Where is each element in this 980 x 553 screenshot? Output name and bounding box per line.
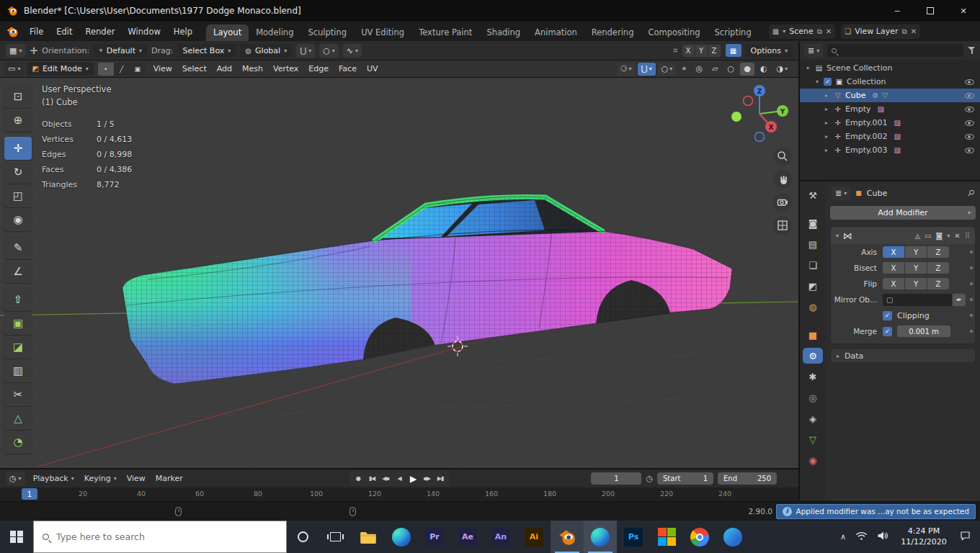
display-on-cage-toggle[interactable]: ◬ [914, 232, 920, 240]
visibility-eye-icon[interactable] [965, 93, 974, 99]
expand-icon[interactable]: ▸ [823, 147, 830, 153]
volume-icon[interactable] [877, 531, 888, 543]
snap-toggle-button[interactable]: ⋃ ▾ [638, 63, 656, 76]
expand-icon[interactable]: ▾ [814, 78, 821, 85]
axis-neg-y[interactable] [731, 112, 741, 122]
axis-z-toggle[interactable]: Z [927, 246, 949, 258]
timeline-menu-view[interactable]: View [122, 474, 151, 483]
edge-select-mode-button[interactable]: ╱ [114, 63, 130, 76]
bisect-y-toggle[interactable]: Y [905, 262, 927, 274]
pan-hand-button[interactable] [773, 170, 792, 189]
expand-icon[interactable]: ▸ [823, 133, 830, 140]
spin-tool[interactable]: ◔ [4, 431, 32, 454]
taskbar-edge-dev-icon[interactable] [716, 521, 749, 553]
view-layer-selector[interactable]: ❏ View Layer ⧉ ✕ [841, 24, 920, 39]
workspace-tab-texture-paint[interactable]: Texture Paint [411, 24, 479, 41]
expand-icon[interactable]: ▸ [823, 92, 830, 99]
cortana-button[interactable] [287, 521, 319, 553]
display-render-toggle[interactable]: ◙ [936, 232, 943, 240]
blender-menu-icon[interactable] [6, 25, 19, 38]
animate-dot[interactable] [970, 330, 974, 333]
jump-to-end-button[interactable]: ▶▮ [435, 472, 447, 485]
orientation-dropdown[interactable]: ⌖ Default ▾ [94, 44, 147, 58]
scene-tab[interactable]: ◩ [803, 278, 823, 294]
proportional-editing-button[interactable]: ○ ▾ [319, 44, 339, 58]
extrude-tool[interactable]: ⇧ [4, 288, 32, 311]
start-button[interactable] [0, 521, 33, 553]
flip-z-toggle[interactable]: Z [927, 278, 949, 289]
expand-icon[interactable]: ▾ [836, 233, 839, 239]
flip-y-toggle[interactable]: Y [905, 278, 927, 289]
clipping-checkbox[interactable]: ✓ [883, 311, 892, 320]
workspace-tab-animation[interactable]: Animation [527, 24, 584, 41]
loop-cut-tool[interactable]: ▥ [4, 359, 32, 382]
taskbar-clock[interactable]: 4:24 PM 11/12/2020 [898, 526, 950, 547]
mode-dropdown[interactable]: ◩ Edit Mode ▾ [27, 62, 93, 76]
mirror-object-field[interactable]: ▢ [883, 294, 952, 306]
taskbar-photoshop-icon[interactable]: Ps [617, 521, 650, 553]
next-keyframe-button[interactable]: ▪▶ [421, 472, 433, 485]
record-button[interactable]: ● [352, 472, 365, 485]
viewport-menu-add[interactable]: Add [212, 64, 237, 73]
move-tool[interactable]: ✛ [4, 137, 32, 160]
animate-dot[interactable] [970, 251, 974, 254]
outliner-search-input[interactable] [840, 46, 959, 55]
poly-build-tool[interactable]: △ [4, 407, 32, 430]
merge-checkbox[interactable]: ✓ [883, 327, 892, 336]
visibility-eye-icon[interactable] [965, 134, 974, 140]
axis-y-toggle[interactable]: Y [905, 246, 927, 258]
outliner-row-empty[interactable]: ▸✛Empty▨ [800, 102, 980, 116]
frame-start-field[interactable]: Start1 [657, 472, 713, 485]
particles-tab[interactable]: ✱ [803, 369, 823, 385]
flip-x-toggle[interactable]: X [883, 278, 904, 289]
annotate-tool[interactable]: ✎ [4, 236, 32, 259]
report-notification[interactable]: i Applied modifier was ...ay not be as e… [776, 504, 976, 519]
object-tab[interactable]: ■ [803, 327, 823, 343]
add-modifier-button[interactable]: Add Modifier ▾ [830, 206, 976, 220]
timeline-ruler[interactable]: 1 20406080100120140160180200220240 [0, 487, 798, 501]
solid-shading-button[interactable]: ● [740, 63, 754, 76]
workspace-tab-uv-editing[interactable]: UV Editing [354, 24, 411, 41]
workspace-tab-shading[interactable]: Shading [479, 24, 527, 41]
taskbar-animate-icon[interactable]: An [484, 521, 517, 553]
network-icon[interactable] [855, 531, 868, 543]
visibility-eye-icon[interactable] [965, 120, 974, 126]
outliner-editor-type-button[interactable]: ≣ ▾ [804, 44, 823, 58]
timeline-menu-playback[interactable]: Playback▾ [28, 474, 79, 483]
view-layer-tab[interactable]: ❏ [803, 257, 823, 273]
editor-type-button[interactable]: ▦ ▾ [6, 44, 25, 58]
viewport-menu-select[interactable]: Select [177, 64, 212, 73]
timeline-menu-marker[interactable]: Marker [151, 474, 188, 483]
play-reverse-button[interactable]: ◀ [393, 472, 406, 485]
output-tab[interactable]: ▤ [803, 236, 823, 252]
falloff-button[interactable]: ∿ ▾ [343, 44, 362, 58]
expand-icon[interactable]: ▾ [804, 65, 811, 71]
animate-dot[interactable] [970, 266, 974, 270]
object-visibility-dropdown[interactable]: ⚆ ▾ [617, 63, 636, 76]
wireframe-shading-button[interactable]: ○ [724, 63, 739, 76]
expand-icon[interactable]: ▸ [823, 120, 830, 126]
action-center-icon[interactable] [959, 530, 971, 544]
viewport-menu-mesh[interactable]: Mesh [237, 64, 268, 73]
merge-threshold-field[interactable]: 0.001 m [897, 325, 950, 337]
bisect-x-toggle[interactable]: X [883, 262, 904, 274]
outliner-search-box[interactable] [827, 44, 963, 57]
remove-modifier-icon[interactable]: ✕ [954, 232, 960, 240]
menu-edit[interactable]: Edit [50, 27, 79, 37]
drag-handle-icon[interactable]: ⠿ [965, 232, 970, 240]
visibility-eye-icon[interactable] [965, 107, 974, 112]
workspace-tab-scripting[interactable]: Scripting [708, 24, 759, 41]
remove-view-layer-icon[interactable]: ✕ [911, 27, 917, 35]
face-select-mode-button[interactable]: ▣ [130, 63, 146, 76]
viewport-menu-view[interactable]: View [148, 64, 177, 73]
snapping-button[interactable]: ⋃ ▾ [296, 44, 315, 58]
rendered-shading-button[interactable]: ◑ ▾ [772, 63, 791, 76]
workspace-tab-compositing[interactable]: Compositing [641, 24, 707, 41]
task-view-button[interactable] [319, 521, 352, 553]
modifier-panel-header[interactable]: ▾ ⋈ ◬ ▭ ◙ ▾ ✕ ⠿ [831, 227, 975, 244]
taskbar-edge-active-icon[interactable] [584, 521, 617, 553]
cursor-tool[interactable]: ⊕ [4, 109, 32, 132]
modifiers-tab[interactable]: ⚙ [803, 348, 823, 364]
camera-view-button[interactable] [773, 193, 792, 212]
navigation-gizmo[interactable]: Z Y X [726, 79, 793, 145]
